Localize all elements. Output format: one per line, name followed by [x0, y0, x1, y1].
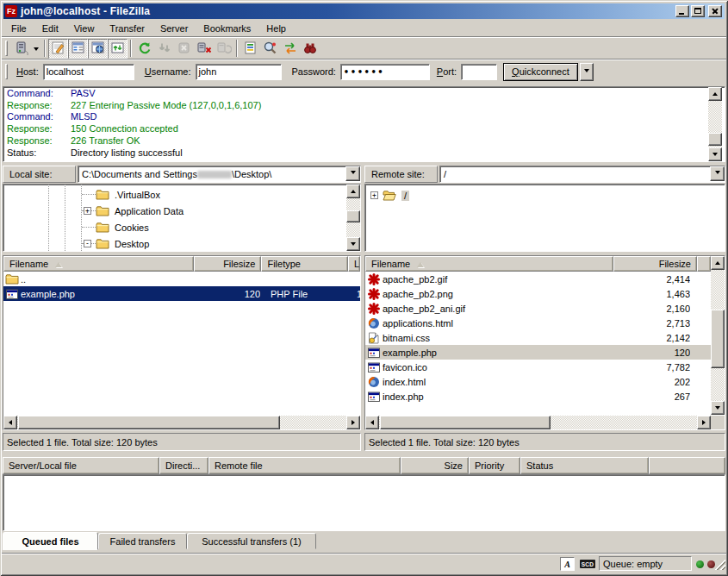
menu-server[interactable]: Server [152, 22, 196, 35]
file-row[interactable]: apache_pb2.png 1,463 [365, 286, 711, 301]
process-queue-icon [157, 41, 172, 56]
remote-file-list: Filename Filesize apache_pb2.gif 2,414 a… [364, 255, 725, 430]
tree-item-cookies[interactable]: Cookies [3, 219, 346, 235]
toggle-remote-tree-button[interactable] [88, 39, 108, 59]
tab-successful-transfers[interactable]: Successful transfers (1) [187, 533, 316, 549]
cancel-button[interactable] [174, 39, 194, 59]
column-header-filename[interactable]: Filename [365, 256, 613, 272]
menu-bookmarks[interactable]: Bookmarks [196, 22, 258, 35]
scrollbar-thumb[interactable] [380, 416, 551, 429]
site-manager-dropdown[interactable] [31, 40, 41, 58]
collapse-icon[interactable]: - [84, 240, 91, 247]
process-queue-button[interactable] [154, 39, 174, 59]
column-header-filetype[interactable]: Filetype [261, 256, 348, 272]
port-input[interactable] [461, 64, 497, 80]
refresh-button[interactable] [134, 39, 154, 59]
scroll-right-button[interactable] [697, 416, 711, 429]
expand-icon[interactable]: + [370, 191, 378, 199]
scroll-left-button[interactable] [3, 416, 17, 429]
resize-grip[interactable] [714, 559, 725, 570]
reconnect-button[interactable] [214, 39, 233, 59]
toolbar [3, 38, 725, 59]
remote-site-combobox[interactable]: / [439, 166, 725, 183]
directory-comparison-button[interactable] [260, 39, 280, 59]
minimize-button[interactable] [675, 5, 689, 17]
toggle-transfer-queue-button[interactable] [108, 39, 128, 59]
local-directory-tree: .VirtualBox + Application Data Cookies -… [3, 184, 361, 252]
tab-failed-transfers[interactable]: Failed transfers [98, 533, 187, 549]
column-header-priority[interactable]: Priority [469, 457, 520, 474]
scroll-up-button[interactable] [346, 185, 360, 198]
tree-item-root[interactable]: + / [365, 187, 725, 203]
file-row[interactable]: favicon.ico 7,782 [365, 360, 711, 374]
username-input[interactable]: john [196, 64, 282, 80]
remote-tree-icon [90, 41, 106, 56]
close-button[interactable] [708, 5, 722, 17]
scroll-up-button[interactable] [711, 256, 725, 270]
toggle-local-tree-button[interactable] [68, 39, 88, 59]
password-input[interactable]: •••••• [340, 64, 430, 80]
scrollbar-thumb[interactable] [711, 310, 725, 368]
local-site-combobox[interactable]: C:\Documents and Settings\Desktop\ [78, 166, 361, 183]
file-row[interactable]: applications.html 2,713 [365, 316, 711, 330]
disconnect-button[interactable] [194, 39, 214, 59]
scrollbar-thumb[interactable] [346, 210, 360, 222]
column-header-filesize[interactable]: Filesize [613, 256, 697, 272]
file-row-parent[interactable]: .. [3, 272, 360, 286]
scrollbar-thumb[interactable] [708, 133, 722, 146]
menu-edit[interactable]: Edit [34, 22, 66, 35]
queue-status: Queue: empty [599, 556, 692, 571]
log-scrollbar[interactable] [708, 87, 722, 161]
column-header-server-local-file[interactable]: Server/Local file [3, 457, 159, 474]
menu-file[interactable]: File [3, 22, 34, 35]
local-list-hscrollbar[interactable] [3, 416, 360, 429]
menu-view[interactable]: View [66, 22, 103, 35]
tree-item-virtualbox[interactable]: .VirtualBox [3, 186, 346, 203]
tree-item-application-data[interactable]: + Application Data [3, 203, 346, 219]
file-row-selected[interactable]: example.php 120 [365, 345, 711, 360]
file-row-example-php[interactable]: example.php 120 PHP File 1 [3, 286, 360, 301]
column-header-size[interactable]: Size [401, 457, 469, 474]
file-row[interactable]: apache_pb2.gif 2,414 [365, 272, 711, 286]
quickconnect-dropdown[interactable] [580, 63, 594, 81]
column-header-remote-file[interactable]: Remote file [208, 457, 401, 474]
file-row[interactable]: bitnami.css 2,142 [365, 330, 711, 345]
column-header-status[interactable]: Status [520, 457, 649, 474]
column-header-lastmodified[interactable]: L [348, 256, 360, 272]
synchronized-browsing-button[interactable] [280, 39, 300, 59]
remote-list-hscrollbar[interactable] [365, 416, 711, 429]
image-file-icon [367, 288, 383, 300]
directory-listing-filters-button[interactable] [240, 39, 260, 59]
scroll-right-button[interactable] [346, 416, 360, 429]
site-manager-button[interactable] [11, 39, 31, 59]
scroll-left-button[interactable] [365, 416, 379, 429]
file-row[interactable]: index.php 267 [365, 389, 711, 404]
scroll-down-button[interactable] [346, 237, 360, 251]
find-files-button[interactable] [300, 39, 320, 59]
tree-item-desktop[interactable]: - Desktop [3, 235, 346, 252]
scroll-down-button[interactable] [708, 147, 722, 161]
remote-list-vscrollbar[interactable] [711, 256, 725, 415]
css-file-icon [367, 332, 383, 344]
scroll-down-button[interactable] [711, 401, 725, 415]
tab-queued-files[interactable]: Queued files [3, 532, 98, 550]
host-input[interactable]: localhost [43, 64, 134, 80]
quickconnect-button[interactable]: Quickconnect [503, 63, 578, 81]
menu-help[interactable]: Help [258, 22, 294, 35]
file-row[interactable]: apache_pb2_ani.gif 2,160 [365, 301, 711, 316]
toggle-message-log-button[interactable] [48, 39, 68, 59]
local-site-dropdown[interactable] [345, 166, 360, 181]
column-header-direction[interactable]: Directi... [159, 457, 208, 474]
local-tree-scrollbar[interactable] [346, 185, 360, 251]
scrollbar-thumb[interactable] [18, 416, 280, 429]
column-header-filename[interactable]: Filename [3, 256, 194, 272]
log-line: Command:PASV [7, 88, 707, 100]
column-header-filesize[interactable]: Filesize [194, 256, 262, 272]
scroll-up-button[interactable] [708, 87, 722, 101]
remote-site-dropdown[interactable] [710, 166, 725, 181]
file-row[interactable]: index.html 202 [365, 374, 711, 389]
expand-icon[interactable]: + [84, 207, 91, 215]
menu-transfer[interactable]: Transfer [102, 22, 152, 35]
maximize-button[interactable] [691, 5, 705, 17]
toolbar-separator [236, 40, 238, 57]
